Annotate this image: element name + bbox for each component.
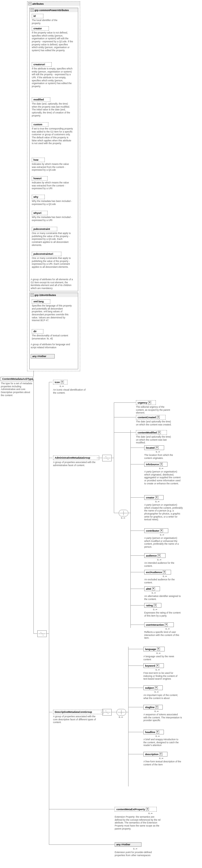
elem-contentcreated[interactable]: contentCreated +: [136, 415, 166, 420]
root-type[interactable]: ContentMetadataAcDType: [1, 377, 33, 381]
attr-why[interactable]: why: [32, 195, 45, 199]
attr-how[interactable]: how: [32, 158, 45, 162]
elem-contentmodified-desc: The date (and optionally the time) on wh…: [136, 435, 172, 444]
elem-creator2[interactable]: creator +: [144, 495, 164, 500]
elem-slugline-expand[interactable]: +: [155, 706, 158, 709]
grp-common-desc: A group of attributes for all elements o…: [31, 278, 75, 290]
attr-why-desc: Why the metadata has been included - exp…: [32, 200, 73, 206]
elem-userinteraction[interactable]: userInteraction +: [144, 622, 174, 627]
elem-subject-expand[interactable]: +: [155, 686, 158, 689]
elem-located-label: located: [146, 446, 155, 449]
elem-altid-expand[interactable]: +: [152, 587, 155, 590]
root-type-label: ContentMetadataAcDType: [2, 378, 33, 380]
elem-contentmodified[interactable]: contentModified +: [136, 430, 167, 435]
attr-whyuri[interactable]: whyuri: [32, 211, 47, 215]
elem-infosource-expand[interactable]: +: [160, 463, 163, 466]
elem-exclaudience-expand[interactable]: +: [163, 571, 166, 574]
elem-altid-desc: An alternative identifier assigned to th…: [144, 595, 183, 600]
elem-rating-occur: 0..∞: [153, 608, 157, 611]
attr-creator[interactable]: creator: [32, 26, 49, 31]
elem-language-occur: 0..∞: [157, 652, 161, 654]
elem-icon-expand[interactable]: +: [61, 381, 64, 384]
elem-userinteraction-expand[interactable]: +: [165, 623, 168, 626]
attr-custom[interactable]: custom: [32, 122, 48, 127]
elem-headline[interactable]: headline +: [143, 730, 164, 735]
admin-choice: [119, 510, 128, 517]
elem-subject-occur: 0..∞: [155, 691, 159, 693]
elem-urgency-expand[interactable]: +: [148, 401, 151, 404]
elem-audience-expand[interactable]: +: [158, 554, 161, 557]
elem-icon[interactable]: icon +: [53, 380, 67, 384]
grp-descriptive[interactable]: DescriptiveMetadataCoreGroup: [53, 710, 103, 714]
elem-creator2-expand[interactable]: +: [155, 496, 158, 499]
elem-slugline-label: slugline: [145, 706, 155, 709]
elem-description-desc: A free-form textual description of the c…: [143, 760, 182, 766]
elem-exclaudience[interactable]: exclAudience +: [144, 570, 171, 575]
attr-pubconstrainturi[interactable]: pubconstrainturi: [32, 252, 61, 256]
attr-modified[interactable]: modified: [32, 97, 50, 102]
elem-ext-expand[interactable]: +: [146, 808, 149, 811]
attr-why-label: why: [33, 195, 38, 198]
elem-rating[interactable]: rating +: [144, 603, 161, 608]
elem-userinteraction-occur: 0..∞: [166, 628, 170, 630]
elem-contributor[interactable]: contributor +: [144, 528, 168, 533]
grp-common-collapse[interactable]: −: [31, 8, 34, 11]
elem-located-occur: 0..∞: [156, 451, 160, 453]
elem-creator2-occur: 0..∞: [155, 500, 160, 503]
attr-dir-label: dir: [33, 330, 37, 333]
elem-language-expand[interactable]: +: [157, 648, 160, 651]
elem-language[interactable]: language +: [143, 647, 165, 651]
elem-located-expand[interactable]: +: [156, 446, 159, 449]
elem-audience[interactable]: audience +: [144, 553, 166, 558]
elem-contentmetaextproperty[interactable]: contentMetaExtProperty +: [115, 807, 157, 812]
desc-sequence: [102, 709, 112, 716]
elem-exclaudience-occur: 0..∞: [163, 575, 167, 578]
grp-descriptive-desc: A group of properties associated with th…: [53, 715, 100, 724]
elem-description-expand[interactable]: +: [160, 753, 163, 756]
elem-contentmodified-label: contentModified: [138, 431, 157, 434]
attr-how-label: how: [33, 158, 38, 161]
elem-altid[interactable]: altId +: [144, 586, 160, 591]
attributes-collapse[interactable]: −: [29, 2, 32, 5]
elem-altid-label: altId: [146, 588, 151, 590]
attr-pubconstraint-label: pubconstraint: [33, 228, 50, 230]
elem-altid-occur: 0..∞: [152, 592, 156, 594]
elem-urgency[interactable]: urgency +: [136, 400, 156, 405]
grp-common-header: − grp commonPowerAttributes: [30, 8, 78, 12]
elem-keyword[interactable]: keyword +: [143, 663, 164, 668]
elem-exclaudience-label: exclAudience: [146, 571, 162, 574]
elem-ext-label: contentMetaExtProperty: [116, 808, 145, 811]
grp-descriptive-label: DescriptiveMetadataCoreGroup: [55, 711, 92, 713]
elem-subject[interactable]: subject +: [143, 685, 163, 690]
elem-keyword-expand[interactable]: +: [156, 664, 159, 667]
attr-dir-desc: The directionality of textual content (e…: [32, 334, 73, 340]
attr-id[interactable]: id: [32, 14, 43, 18]
attr-creator-desc: If the property value is not defined, sp…: [32, 31, 73, 52]
any-other-ns[interactable]: any ##other: [115, 842, 141, 847]
elem-contentmodified-expand[interactable]: +: [158, 431, 161, 434]
elem-contentcreated-label: contentCreated: [138, 416, 156, 419]
elem-contentcreated-expand[interactable]: +: [157, 416, 160, 419]
grp-i18n-label: grp i18nAttributes: [35, 294, 56, 297]
elem-infosource[interactable]: infoSource +: [144, 462, 167, 467]
grp-admin-desc: A group of properties associated with th…: [53, 461, 97, 467]
elem-icon-desc: An iconic visual identification of the c…: [53, 389, 86, 394]
attr-id-label: id: [33, 15, 36, 18]
attr-custom-label: custom: [33, 123, 42, 126]
attr-pubconstraint[interactable]: pubconstraint: [32, 227, 57, 231]
any-other-attr-label: any ##other: [32, 355, 46, 358]
elem-slugline[interactable]: slugline +: [143, 705, 163, 710]
any-other-attr[interactable]: any ##other: [31, 354, 55, 359]
elem-contributor-expand[interactable]: +: [160, 529, 163, 532]
elem-description-occur: 0..∞: [159, 757, 163, 760]
attr-xmllang[interactable]: xml:lang: [32, 299, 50, 304]
elem-description[interactable]: description +: [143, 752, 167, 756]
grp-admin[interactable]: AdministrativeMetadataGroup: [53, 456, 99, 460]
attr-creatoruri[interactable]: creatoruri: [32, 62, 52, 67]
elem-located[interactable]: located +: [144, 445, 164, 450]
grp-i18n-collapse[interactable]: −: [31, 293, 34, 297]
elem-headline-expand[interactable]: +: [156, 731, 159, 734]
attr-howuri[interactable]: howuri: [32, 176, 47, 181]
elem-rating-expand[interactable]: +: [154, 604, 157, 607]
attr-dir[interactable]: dir: [32, 329, 43, 334]
